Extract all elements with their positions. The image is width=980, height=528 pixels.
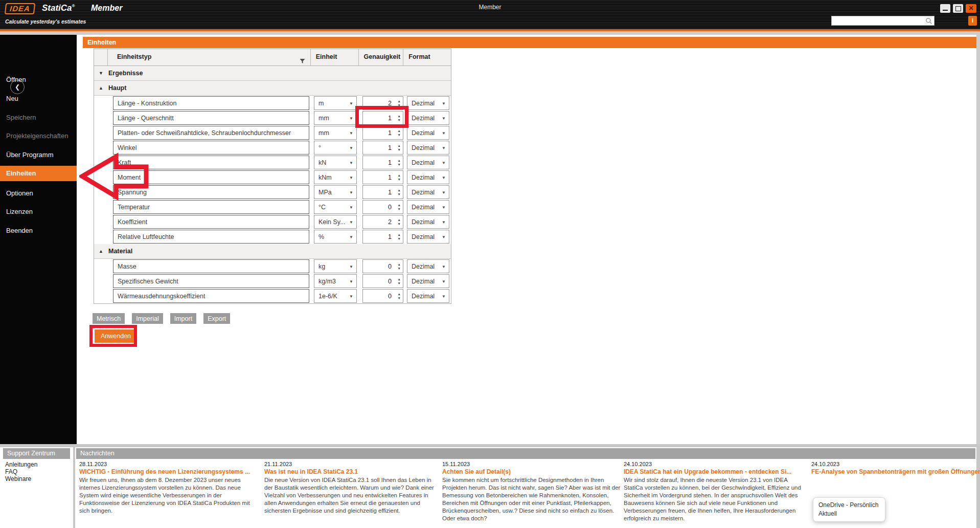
news-title-link[interactable]: IDEA StatiCa hat ein Upgrade bekommen - …: [624, 468, 804, 475]
precision-spinner[interactable]: 1▲▼: [362, 156, 403, 169]
support-link-0[interactable]: Anleitungen: [5, 461, 37, 468]
precision-spinner[interactable]: 1▲▼: [362, 141, 403, 155]
spin-down-icon[interactable]: ▼: [398, 148, 401, 151]
metrisch-button[interactable]: Metrisch: [93, 313, 125, 324]
spin-down-icon[interactable]: ▼: [398, 104, 401, 107]
unit-dropdown[interactable]: Kein Sy...▼: [314, 215, 357, 229]
spin-up-icon[interactable]: ▲: [398, 129, 401, 133]
column-header-genauigkeit[interactable]: Genauigkeit: [359, 49, 404, 65]
spin-down-icon[interactable]: ▼: [398, 267, 401, 270]
close-button[interactable]: ✕: [966, 4, 976, 13]
imperial-button[interactable]: Imperial: [132, 313, 163, 324]
format-dropdown[interactable]: Dezimal▼: [407, 126, 449, 140]
spin-down-icon[interactable]: ▼: [398, 237, 401, 240]
apply-button[interactable]: Anwenden: [95, 329, 137, 343]
format-dropdown[interactable]: Dezimal▼: [407, 289, 449, 303]
spin-down-icon[interactable]: ▼: [398, 282, 401, 285]
spin-up-icon[interactable]: ▲: [398, 204, 401, 207]
format-dropdown[interactable]: Dezimal▼: [407, 274, 449, 288]
spin-up-icon[interactable]: ▲: [398, 115, 401, 118]
filter-icon[interactable]: [300, 54, 305, 70]
sidebar-item-optionen[interactable]: Optionen: [0, 186, 77, 201]
sidebar-item-oeffnen[interactable]: Öffnen: [0, 72, 77, 87]
format-dropdown[interactable]: Dezimal▼: [407, 170, 449, 184]
maximize-button[interactable]: [953, 4, 963, 13]
support-link-2[interactable]: Webinare: [5, 475, 37, 482]
spin-down-icon[interactable]: ▼: [398, 297, 401, 300]
unit-dropdown[interactable]: %▼: [314, 230, 357, 244]
precision-spinner[interactable]: 1▲▼: [362, 230, 403, 244]
import-button[interactable]: Import: [170, 313, 196, 324]
unit-dropdown[interactable]: kN▼: [314, 156, 357, 169]
precision-spinner[interactable]: 1▲▼: [362, 185, 403, 199]
spin-down-icon[interactable]: ▼: [398, 193, 401, 196]
precision-spinner[interactable]: 1▲▼: [362, 111, 403, 125]
spin-up-icon[interactable]: ▲: [398, 159, 401, 162]
group-row-material[interactable]: ▲Material: [94, 244, 451, 259]
support-link-1[interactable]: FAQ: [5, 468, 37, 475]
spin-down-icon[interactable]: ▼: [398, 134, 401, 137]
column-header-format[interactable]: Format: [403, 49, 451, 65]
unit-dropdown[interactable]: mm▼: [314, 126, 357, 140]
sidebar-item-ueber-programm[interactable]: Über Programm: [0, 147, 77, 163]
sidebar-item-lizenzen[interactable]: Lizenzen: [0, 204, 77, 219]
search-input[interactable]: [831, 16, 935, 26]
precision-spinner[interactable]: 2▲▼: [362, 215, 403, 229]
unit-dropdown[interactable]: mm▼: [314, 111, 357, 125]
spin-down-icon[interactable]: ▼: [398, 119, 401, 122]
spin-up-icon[interactable]: ▲: [398, 278, 401, 281]
news-title-link[interactable]: Was ist neu in IDEA StatiCa 23.1: [264, 468, 441, 475]
format-dropdown[interactable]: Dezimal▼: [407, 111, 449, 125]
spin-up-icon[interactable]: ▲: [398, 144, 401, 147]
unit-dropdown[interactable]: MPa▼: [314, 185, 357, 199]
unit-dropdown[interactable]: °C▼: [314, 200, 357, 214]
precision-spinner[interactable]: 0▲▼: [362, 289, 403, 303]
unit-dropdown[interactable]: kNm▼: [314, 170, 357, 184]
format-dropdown[interactable]: Dezimal▼: [407, 259, 449, 273]
spin-up-icon[interactable]: ▲: [398, 263, 401, 266]
spin-down-icon[interactable]: ▼: [398, 178, 401, 181]
format-dropdown[interactable]: Dezimal▼: [407, 141, 449, 155]
precision-spinner[interactable]: 1▲▼: [362, 170, 403, 184]
format-dropdown[interactable]: Dezimal▼: [407, 215, 449, 229]
format-dropdown[interactable]: Dezimal▼: [407, 200, 449, 214]
group-row-haupt[interactable]: ▲Haupt: [94, 81, 451, 96]
unit-dropdown[interactable]: m▼: [314, 96, 357, 110]
spin-up-icon[interactable]: ▲: [398, 100, 401, 103]
spin-up-icon[interactable]: ▲: [398, 189, 401, 192]
spin-up-icon[interactable]: ▲: [398, 293, 401, 296]
sidebar-item-beenden[interactable]: Beenden: [0, 223, 77, 238]
spin-up-icon[interactable]: ▲: [398, 233, 401, 236]
minimize-button[interactable]: [940, 4, 950, 13]
news-title-link[interactable]: Achten Sie auf Detail(s): [442, 468, 622, 475]
spin-down-icon[interactable]: ▼: [398, 163, 401, 166]
format-dropdown[interactable]: Dezimal▼: [407, 156, 449, 169]
column-header-einheitstyp[interactable]: Einheitstyp: [108, 49, 311, 65]
sidebar-item-neu[interactable]: Neu: [0, 91, 77, 106]
spin-down-icon[interactable]: ▼: [398, 208, 401, 211]
group-row-ergebnisse[interactable]: ▼Ergebnisse: [94, 66, 451, 81]
precision-spinner[interactable]: 1▲▼: [362, 126, 403, 140]
column-header-einheit[interactable]: Einheit: [311, 49, 359, 65]
news-title-link[interactable]: FE-Analyse von Spannbetonträgern mit gro…: [811, 468, 980, 475]
info-button[interactable]: i: [968, 16, 977, 26]
precision-spinner[interactable]: 0▲▼: [362, 259, 403, 273]
format-dropdown[interactable]: Dezimal▼: [407, 96, 449, 110]
spin-up-icon[interactable]: ▲: [398, 218, 401, 222]
sidebar-item-einheiten[interactable]: Einheiten: [0, 166, 77, 181]
precision-spinner[interactable]: 2▲▼: [362, 96, 403, 110]
format-dropdown[interactable]: Dezimal▼: [407, 230, 449, 244]
news-title-link[interactable]: WICHTIG - Einführung des neuen Lizenzier…: [79, 468, 259, 475]
export-button[interactable]: Export: [203, 313, 230, 324]
format-dropdown[interactable]: Dezimal▼: [407, 185, 449, 199]
spin-down-icon[interactable]: ▼: [398, 223, 401, 226]
precision-spinner[interactable]: 0▲▼: [362, 274, 403, 288]
sidebar-item-speichern: Speichern: [0, 110, 77, 125]
unit-dropdown[interactable]: 1e-6/K▼: [314, 289, 357, 303]
unit-dropdown[interactable]: °▼: [314, 141, 357, 155]
unit-dropdown[interactable]: kg/m3▼: [314, 274, 357, 288]
precision-value: 0: [388, 293, 392, 300]
precision-spinner[interactable]: 0▲▼: [362, 200, 403, 214]
spin-up-icon[interactable]: ▲: [398, 174, 401, 177]
unit-dropdown[interactable]: kg▼: [314, 259, 357, 273]
